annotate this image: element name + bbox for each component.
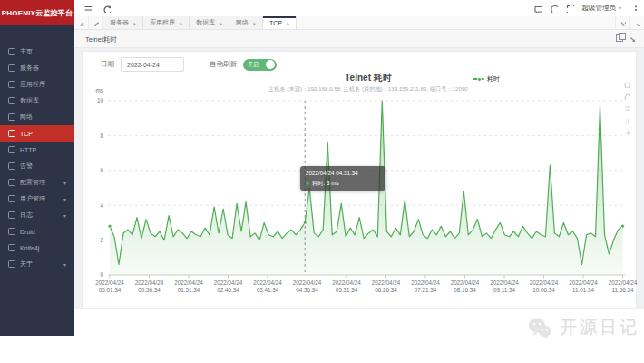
- alarm-icon: [8, 162, 15, 170]
- home-tab-icon[interactable]: [89, 16, 103, 29]
- sidebar-item-database[interactable]: 数据库: [0, 93, 74, 109]
- sidebar-item-application[interactable]: 应用程序: [0, 76, 74, 93]
- svg-text:4: 4: [100, 202, 103, 209]
- x-axis-label: 2022/04/2411:56:34: [609, 280, 638, 293]
- tab-close-icon[interactable]: [178, 21, 182, 25]
- tab-close-icon[interactable]: [285, 21, 289, 25]
- toggle-state-label: 开启: [248, 61, 266, 69]
- sidebar-item-label: 主页: [20, 47, 33, 56]
- sidebar-item-label: 关于: [20, 260, 33, 269]
- close-icon[interactable]: [629, 35, 635, 42]
- knife4j-icon: [8, 244, 15, 251]
- tab-close-icon[interactable]: [218, 21, 222, 25]
- more-vertical-icon[interactable]: [630, 5, 639, 13]
- svg-text:6: 6: [100, 167, 103, 173]
- fullscreen-icon[interactable]: [566, 5, 574, 13]
- sidebar-item-alarm[interactable]: 告警: [0, 158, 74, 174]
- database-icon: [8, 97, 15, 104]
- tab-服务器[interactable]: 服务器: [103, 16, 143, 29]
- date-input[interactable]: [121, 57, 184, 72]
- tabs-scroll-left-icon[interactable]: [74, 16, 89, 29]
- http-icon: [8, 146, 15, 153]
- svg-text:0: 0: [100, 271, 103, 278]
- tab-label: 数据库: [196, 18, 215, 27]
- tabs-scroll-right-icon[interactable]: [615, 16, 629, 29]
- chart-subtitle: 主机名 (来源)：192.168.0.58, 主机名 (目的地)：139.159…: [268, 85, 468, 93]
- svg-text:10: 10: [97, 97, 104, 103]
- sidebar-item-druid[interactable]: Druid: [0, 223, 74, 240]
- sidebar-item-label: 用户管理: [20, 194, 45, 203]
- application-icon: [8, 81, 15, 88]
- sidebar: PHOENIX云监控平台 主页服务器应用程序数据库网络TCPHTTP告警配置管理…: [0, 0, 74, 336]
- chevron-down-icon: ▼: [618, 5, 622, 11]
- sidebar-item-config[interactable]: 配置管理▾: [0, 174, 74, 191]
- tab-close-icon[interactable]: [251, 21, 256, 25]
- tab-content: Telnet耗时 日期 自动刷新 开启 Telnet 耗时 主机名 (来源)：1…: [74, 29, 644, 309]
- x-axis-label: 2022/04/2402:46:34: [214, 280, 243, 293]
- shield-icon[interactable]: [550, 5, 558, 13]
- svg-text:ms: ms: [96, 87, 103, 93]
- user-dropdown[interactable]: 超级管理员 ▼: [582, 4, 622, 13]
- chart-legend[interactable]: 耗时: [473, 74, 500, 83]
- bar-chart-icon[interactable]: [623, 116, 630, 123]
- svg-text:8: 8: [100, 132, 103, 139]
- menu-collapse-icon[interactable]: [83, 5, 92, 13]
- sidebar-item-label: Knife4j: [20, 245, 39, 251]
- sidebar-item-label: HTTP: [20, 147, 36, 153]
- x-axis-label: 2022/04/2405:31:34: [332, 280, 361, 293]
- watermark-text: 开源日记: [560, 316, 639, 339]
- telnet-chart[interactable]: 0246810ms2022/04/2400:01:342022/04/2400:…: [83, 75, 636, 306]
- x-axis-label: 2022/04/2400:56:34: [135, 280, 164, 293]
- panel-header: Telnet耗时: [74, 29, 644, 48]
- x-axis-label: 2022/04/2409:11:34: [490, 280, 519, 293]
- tabs-menu-icon[interactable]: [629, 16, 644, 29]
- tab-spacer: [297, 16, 615, 29]
- sidebar-item-label: TCP: [20, 131, 33, 137]
- user-name: 超级管理员: [582, 4, 617, 13]
- navbar-left: [83, 0, 111, 16]
- sidebar-menu: 主页服务器应用程序数据库网络TCPHTTP告警配置管理▾用户管理▾日志▾Drui…: [0, 25, 74, 272]
- tab-应用程序[interactable]: 应用程序: [143, 16, 190, 29]
- chevron-down-icon: ▾: [63, 212, 66, 219]
- sidebar-item-network[interactable]: 网络: [0, 109, 74, 125]
- popout-icon[interactable]: [616, 34, 623, 42]
- sidebar-item-server[interactable]: 服务器: [0, 60, 74, 76]
- tab-TCP[interactable]: TCP: [263, 16, 297, 29]
- server-icon: [8, 64, 15, 72]
- chevron-down-icon: ▾: [63, 180, 66, 186]
- sidebar-item-home[interactable]: 主页: [0, 44, 74, 60]
- tab-label: 网络: [236, 18, 249, 27]
- sidebar-item-label: 应用程序: [20, 80, 45, 89]
- watermark: 开源日记: [526, 316, 639, 339]
- auto-refresh-label: 自动刷新: [210, 60, 237, 69]
- tcp-icon: [8, 130, 15, 137]
- sidebar-item-http[interactable]: HTTP: [0, 142, 74, 158]
- x-axis-label: 2022/04/2407:21:34: [411, 280, 440, 293]
- auto-refresh-toggle[interactable]: 开启: [243, 59, 277, 71]
- data-view-icon[interactable]: [623, 104, 630, 112]
- sidebar-item-tcp[interactable]: TCP: [0, 125, 74, 142]
- filter-form: 日期 自动刷新 开启: [101, 57, 277, 72]
- tab-label: TCP: [269, 20, 282, 26]
- refresh-icon[interactable]: [102, 5, 111, 13]
- sidebar-item-label: 数据库: [20, 96, 39, 105]
- sidebar-item-about[interactable]: 关于▾: [0, 256, 74, 272]
- tab-数据库[interactable]: 数据库: [190, 16, 229, 29]
- data-point-marker: [303, 221, 307, 224]
- sidebar-item-log[interactable]: 日志▾: [0, 207, 74, 223]
- tab-close-icon[interactable]: [132, 21, 136, 25]
- wechat-icon: [526, 317, 553, 339]
- sidebar-item-label: 服务器: [20, 64, 39, 73]
- sidebar-item-knife4j[interactable]: Knife4j: [0, 240, 74, 256]
- about-icon: [8, 260, 15, 268]
- druid-icon: [8, 228, 15, 235]
- restore-icon[interactable]: [623, 93, 630, 100]
- zoom-icon[interactable]: [623, 81, 630, 88]
- phoenix-monitoring-page: PHOENIX云监控平台 主页服务器应用程序数据库网络TCPHTTP告警配置管理…: [0, 0, 644, 363]
- tab-网络[interactable]: 网络: [229, 16, 263, 29]
- sidebar-item-user-mgmt[interactable]: 用户管理▾: [0, 191, 74, 207]
- x-axis-label: 2022/04/2411:01:34: [569, 280, 598, 293]
- x-axis-label: 2022/04/2404:36:34: [293, 280, 322, 293]
- save-image-icon[interactable]: [623, 128, 630, 135]
- message-icon[interactable]: [533, 5, 542, 13]
